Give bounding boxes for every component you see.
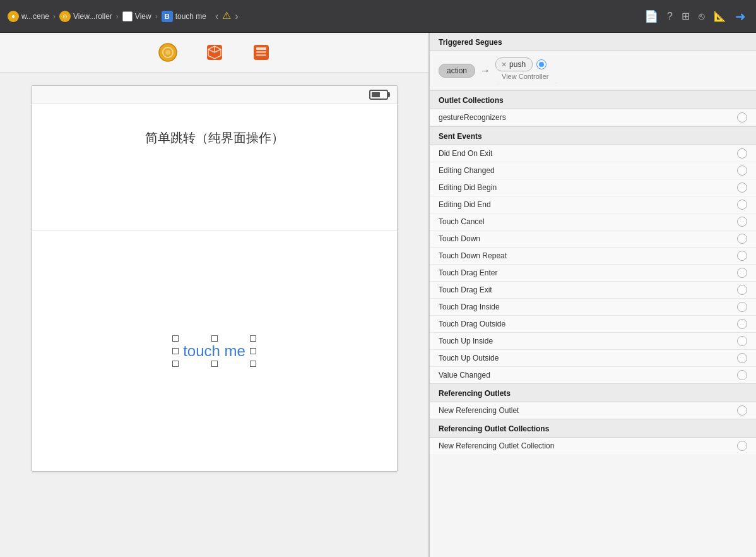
- nav-prev-button[interactable]: ‹: [213, 9, 221, 23]
- nav-next-button[interactable]: ›: [232, 9, 240, 23]
- breadcrumb-scene[interactable]: ● w...cene: [8, 11, 49, 22]
- push-container: ✕ push View Controller: [495, 57, 557, 83]
- nav-arrows: ‹ ⚠ ›: [213, 9, 241, 23]
- outlet-collections-content: gestureRecognizers: [430, 109, 756, 126]
- referencing-outlets-content: New Referencing Outlet: [430, 402, 756, 419]
- new-referencing-outlet-label: New Referencing Outlet: [439, 406, 519, 415]
- plugin-toolbar-icon[interactable]: ⎋: [699, 11, 705, 22]
- sent-events-rows: Did End On Exit Editing Changed Editing …: [430, 145, 756, 383]
- touch-drag-enter-radio[interactable]: [737, 268, 747, 278]
- touch-drag-outside-row[interactable]: Touch Drag Outside: [430, 316, 756, 333]
- new-referencing-outlet-collection-radio[interactable]: [737, 441, 747, 451]
- outlet-collections-header: Outlet Collections: [430, 90, 756, 109]
- touch-up-inside-row[interactable]: Touch Up Inside: [430, 333, 756, 350]
- did-end-on-exit-row[interactable]: Did End On Exit: [430, 145, 756, 162]
- value-changed-label: Value Changed: [439, 371, 490, 380]
- view-controller-sublabel: View Controller: [502, 73, 548, 80]
- connections-toolbar-icon[interactable]: ➜: [735, 9, 746, 24]
- viewcontroller-bar-icon[interactable]: [157, 42, 179, 63]
- push-label: push: [509, 60, 526, 69]
- handle-tm: [211, 335, 218, 342]
- touch-drag-enter-row[interactable]: Touch Drag Enter: [430, 265, 756, 282]
- touch-down-row[interactable]: Touch Down: [430, 231, 756, 248]
- battery-icon: [369, 90, 388, 100]
- document-toolbar-icon[interactable]: 📄: [644, 9, 658, 23]
- chinese-title: 简单跳转（纯界面操作）: [45, 117, 384, 159]
- touch-up-outside-label: Touch Up Outside: [439, 354, 499, 362]
- grid-toolbar-icon[interactable]: ⊞: [682, 10, 690, 22]
- new-referencing-outlet-collection-row[interactable]: New Referencing Outlet Collection: [430, 438, 756, 454]
- referencing-outlets-header: Referencing Outlets: [430, 383, 756, 402]
- view-icon: [122, 11, 133, 21]
- touch-down-radio[interactable]: [737, 234, 747, 244]
- table-bar-icon[interactable]: [251, 42, 272, 63]
- touch-down-repeat-label: Touch Down Repeat: [439, 251, 507, 260]
- touch-me-button[interactable]: touch me: [175, 338, 253, 364]
- help-toolbar-icon[interactable]: ?: [667, 11, 673, 22]
- editing-did-begin-row[interactable]: Editing Did Begin: [430, 179, 756, 196]
- segue-sub-row: View Controller: [495, 71, 557, 83]
- touch-drag-exit-radio[interactable]: [737, 285, 747, 295]
- did-end-on-exit-radio[interactable]: [737, 148, 747, 159]
- touch-up-inside-radio[interactable]: [737, 336, 747, 346]
- right-panel: Triggered Segues action → ✕ push View Co…: [429, 33, 756, 557]
- arrow-connector: →: [480, 65, 490, 76]
- touch-drag-inside-row[interactable]: Touch Drag Inside: [430, 299, 756, 316]
- push-pill[interactable]: ✕ push: [495, 57, 533, 71]
- touch-drag-outside-radio[interactable]: [737, 319, 747, 329]
- breadcrumb-touchme-label: touch me: [175, 12, 206, 21]
- push-row: ✕ push: [495, 57, 546, 71]
- push-x-icon: ✕: [501, 61, 507, 69]
- touch-drag-inside-label: Touch Drag Inside: [439, 302, 500, 311]
- handle-mr: [250, 348, 256, 354]
- top-bar: ● w...cene › ⊙ View...roller › View › B …: [0, 0, 756, 33]
- touch-drag-enter-label: Touch Drag Enter: [439, 268, 497, 277]
- status-bar: [32, 86, 397, 104]
- phone-top-content: 简单跳转（纯界面操作）: [32, 104, 397, 231]
- viewcontroller-icon: ⊙: [59, 11, 71, 22]
- touch-up-outside-row[interactable]: Touch Up Outside: [430, 350, 756, 367]
- touch-down-repeat-row[interactable]: Touch Down Repeat: [430, 248, 756, 265]
- gesture-recognizers-row[interactable]: gestureRecognizers: [430, 109, 756, 126]
- editing-changed-radio[interactable]: [737, 165, 747, 176]
- phone-frame: 简单跳转（纯界面操作） touch me: [32, 85, 398, 472]
- touch-drag-inside-radio[interactable]: [737, 302, 747, 312]
- new-referencing-outlet-row[interactable]: New Referencing Outlet: [430, 402, 756, 419]
- phone-lower: touch me: [32, 231, 397, 471]
- push-connect-button[interactable]: [536, 59, 546, 69]
- toolbar-right: 📄 ? ⊞ ⎋ 📐 ➜: [634, 9, 756, 24]
- touch-up-inside-label: Touch Up Inside: [439, 337, 493, 345]
- sent-events-header: Sent Events: [430, 126, 756, 145]
- touch-down-repeat-radio[interactable]: [737, 251, 747, 261]
- editing-did-begin-radio[interactable]: [737, 183, 747, 193]
- canvas-area: 简单跳转（纯界面操作） touch me: [0, 73, 428, 557]
- editing-changed-row[interactable]: Editing Changed: [430, 162, 756, 179]
- touch-up-outside-radio[interactable]: [737, 353, 747, 363]
- breadcrumb-touchme[interactable]: B touch me: [162, 11, 206, 22]
- value-changed-row[interactable]: Value Changed: [430, 367, 756, 383]
- touch-cancel-row[interactable]: Touch Cancel: [430, 213, 756, 231]
- touch-drag-exit-row[interactable]: Touch Drag Exit: [430, 282, 756, 299]
- editing-did-end-radio[interactable]: [737, 200, 747, 210]
- breadcrumb-sep-3: ›: [155, 12, 158, 21]
- button-icon: B: [162, 11, 173, 22]
- handle-ml: [172, 348, 179, 354]
- svg-rect-11: [256, 54, 266, 56]
- breadcrumb-area: ● w...cene › ⊙ View...roller › View › B …: [0, 9, 634, 23]
- breadcrumb-sep-2: ›: [116, 12, 119, 21]
- editing-changed-label: Editing Changed: [439, 166, 495, 175]
- breadcrumb-viewroller[interactable]: ⊙ View...roller: [59, 11, 112, 22]
- breadcrumb-view[interactable]: View: [122, 11, 151, 21]
- ruler-toolbar-icon[interactable]: 📐: [714, 10, 726, 22]
- editing-did-end-row[interactable]: Editing Did End: [430, 196, 756, 213]
- value-changed-radio[interactable]: [737, 370, 747, 380]
- new-referencing-outlet-radio[interactable]: [737, 405, 747, 416]
- push-circle-inner: [539, 62, 544, 67]
- touch-cancel-radio[interactable]: [737, 217, 747, 227]
- touch-down-label: Touch Down: [439, 234, 480, 243]
- main-content: 简单跳转（纯界面操作） touch me: [0, 33, 756, 557]
- gesture-recognizers-label: gestureRecognizers: [439, 113, 506, 122]
- action-pill[interactable]: action: [439, 64, 475, 78]
- gesture-recognizers-radio[interactable]: [737, 112, 747, 123]
- cube-bar-icon[interactable]: [204, 42, 225, 63]
